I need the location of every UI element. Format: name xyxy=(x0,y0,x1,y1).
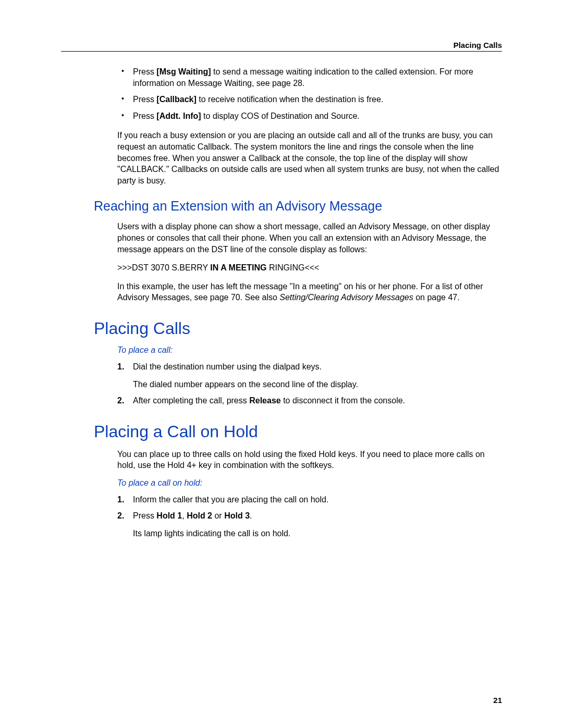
bullet-list: Press [Msg Waiting] to send a message wa… xyxy=(94,66,502,121)
bullet-item: Press [Addt. Info] to display COS of Des… xyxy=(133,110,502,122)
header-section-title: Placing Calls xyxy=(454,41,502,50)
page: Placing Calls Press [Msg Waiting] to sen… xyxy=(0,0,563,728)
paragraph-callback: If you reach a busy extension or you are… xyxy=(94,130,502,186)
heading-call-on-hold: Placing a Call on Hold xyxy=(94,422,502,441)
heading-placing-calls: Placing Calls xyxy=(94,319,502,338)
steps-hold-call: Inform the caller that you are placing t… xyxy=(94,494,502,539)
bullet-item: Press [Callback] to receive notification… xyxy=(133,94,502,105)
dst-display-line: >>>DST 3070 S.BERRY IN A MEETING RINGING… xyxy=(94,262,502,274)
paragraph-advisory-example: In this example, the user has left the m… xyxy=(94,281,502,303)
paragraph-advisory-intro: Users with a display phone can show a sh… xyxy=(94,221,502,255)
paragraph-hold-intro: You can place up to three calls on hold … xyxy=(94,449,502,471)
steps-place-call: Dial the destination number using the di… xyxy=(94,361,502,406)
page-number: 21 xyxy=(493,696,502,705)
bullet-item: Press [Msg Waiting] to send a message wa… xyxy=(133,66,502,89)
step-item: Press Hold 1, Hold 2 or Hold 3. Its lamp… xyxy=(133,510,502,539)
step-item: Dial the destination number using the di… xyxy=(133,361,502,390)
step-item: Inform the caller that you are placing t… xyxy=(133,494,502,505)
content-area: Press [Msg Waiting] to send a message wa… xyxy=(94,66,502,546)
procedure-title-place: To place a call: xyxy=(117,346,502,355)
header-rule xyxy=(61,51,502,52)
subheading-advisory: Reaching an Extension with an Advisory M… xyxy=(94,199,502,214)
step-item: After completing the call, press Release… xyxy=(133,395,502,406)
procedure-title-hold: To place a call on hold: xyxy=(117,478,502,488)
